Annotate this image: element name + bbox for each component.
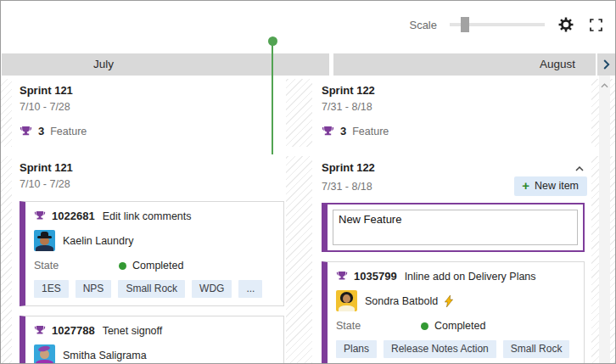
feature-count: 3 xyxy=(340,125,346,137)
sprint-dates: 7/10 - 7/28 xyxy=(20,178,281,190)
settings-button[interactable] xyxy=(557,16,574,33)
sprint-title: Sprint 121 xyxy=(20,161,281,174)
month-label: July xyxy=(93,53,114,76)
scale-slider-thumb[interactable] xyxy=(461,17,469,32)
tag-pill: Small Rock xyxy=(503,340,570,358)
more-tags-pill[interactable]: ... xyxy=(238,280,262,298)
sprint-column-121: Sprint 121 7/10 - 7/28 1022681 Edit link… xyxy=(12,156,286,364)
chevron-up-icon xyxy=(575,166,584,171)
work-item-card-1035799[interactable]: 1035799 Inline add on Delivery Plans Son… xyxy=(322,261,585,364)
scale-slider[interactable] xyxy=(450,17,545,32)
today-marker-line xyxy=(272,45,273,154)
toolbar: Scale xyxy=(1,1,615,48)
state-dot-icon xyxy=(119,262,126,270)
state-label: State xyxy=(336,320,421,332)
sprint-dates: 7/10 - 7/28 xyxy=(20,101,281,113)
work-item-id: 1035799 xyxy=(354,270,397,283)
sprint-title: Sprint 122 xyxy=(322,84,587,97)
sprint-title: Sprint 122 xyxy=(322,161,572,174)
new-item-button[interactable]: + New item xyxy=(514,176,587,196)
tag-pill: WDG xyxy=(192,280,232,298)
work-item-card-1022681[interactable]: 1022681 Edit link comments Kaelin Laundr… xyxy=(20,201,284,306)
trophy-icon xyxy=(322,126,334,137)
tag-pill: 1ES xyxy=(34,280,69,298)
sprint-dates: 7/31 - 8/18 xyxy=(322,101,587,113)
timeline-month-band: July August xyxy=(1,53,615,76)
state-value: Completed xyxy=(434,320,485,332)
tag-pill: Plans xyxy=(336,340,377,358)
scroll-next-button[interactable] xyxy=(597,53,615,76)
trophy-icon xyxy=(34,210,46,221)
month-segment-july: July xyxy=(2,53,329,76)
month-segment-august: August xyxy=(333,53,596,76)
collapse-column-button[interactable] xyxy=(572,163,587,175)
avatar xyxy=(34,344,55,364)
gear-icon xyxy=(558,17,574,32)
tag-pill: Small Rock xyxy=(118,280,185,298)
tag-pill: Release Notes Action xyxy=(384,340,496,358)
scrollbar-up-icon xyxy=(601,76,608,364)
work-item-title: Inline add on Delivery Plans xyxy=(405,271,536,283)
work-item-id: 1022681 xyxy=(52,210,95,222)
avatar xyxy=(34,230,55,251)
work-item-card-1027788[interactable]: 1027788 Tenet signoff Smitha Saligrama xyxy=(20,316,284,364)
work-item-title: Tenet signoff xyxy=(103,325,163,337)
lightning-icon xyxy=(444,295,454,307)
tag-pill: NPS xyxy=(76,280,112,298)
scale-label: Scale xyxy=(409,19,437,31)
assignee-name: Smitha Saligrama xyxy=(63,350,147,361)
new-item-label: New item xyxy=(535,180,579,192)
state-value: Completed xyxy=(132,260,183,272)
avatar xyxy=(336,290,357,311)
sprint-summary-122[interactable]: Sprint 122 7/31 - 8/18 3 Feature xyxy=(312,79,591,147)
trophy-icon xyxy=(336,271,348,282)
feature-type-label: Feature xyxy=(352,126,389,137)
feature-type-label: Feature xyxy=(50,126,87,137)
sprint-title: Sprint 121 xyxy=(20,84,281,97)
assignee-name: Kaelin Laundry xyxy=(63,235,133,247)
new-feature-editor-card: New Feature xyxy=(322,203,585,252)
assignee-name: Sondra Batbold xyxy=(365,295,438,307)
chevron-right-icon xyxy=(603,59,610,70)
fullscreen-icon xyxy=(590,19,602,31)
sprint-summary-band: Sprint 121 7/10 - 7/28 3 Feature Sprint … xyxy=(1,79,615,147)
fullscreen-button[interactable] xyxy=(587,16,604,33)
work-item-title: Edit link comments xyxy=(103,210,192,222)
delivery-plan-view: Scale xyxy=(0,0,616,364)
trophy-icon xyxy=(20,126,32,137)
state-label: State xyxy=(34,260,119,272)
sprint-dates: 7/31 - 8/18 xyxy=(322,181,514,193)
state-dot-icon xyxy=(421,322,428,330)
plus-icon: + xyxy=(522,181,529,191)
work-item-id: 1027788 xyxy=(52,324,95,337)
sprint-column-122: Sprint 122 7/31 - 8/18 + New item xyxy=(312,156,591,364)
new-feature-title-input[interactable]: New Feature xyxy=(333,210,578,245)
month-label: August xyxy=(540,58,596,70)
vertical-scrollbar[interactable] xyxy=(599,76,610,364)
sprint-card-band: Sprint 121 7/10 - 7/28 1022681 Edit link… xyxy=(1,156,615,364)
feature-count: 3 xyxy=(38,125,44,137)
sprint-summary-121[interactable]: Sprint 121 7/10 - 7/28 3 Feature xyxy=(12,79,286,147)
trophy-icon xyxy=(34,325,46,336)
